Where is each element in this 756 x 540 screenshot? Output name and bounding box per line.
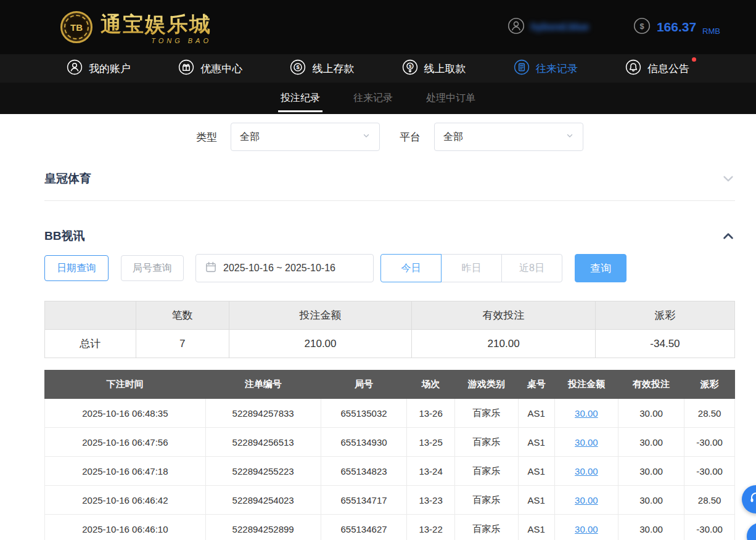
balance[interactable]: $ 166.37 RMB bbox=[633, 17, 720, 37]
summary-total-row: 总计 7 210.00 210.00 -34.50 bbox=[45, 330, 735, 358]
nav-item-promotions[interactable]: 优惠中心 bbox=[178, 59, 242, 78]
cell-payout: 28.50 bbox=[684, 399, 735, 428]
cell-round: 655134627 bbox=[321, 515, 407, 540]
summary-header-count: 笔数 bbox=[136, 301, 229, 330]
platform-label: 平台 bbox=[400, 130, 421, 144]
column-header: 局号 bbox=[321, 370, 407, 399]
nav-item-deposit[interactable]: $ 线上存款 bbox=[290, 59, 354, 78]
chevron-down-icon bbox=[362, 131, 371, 142]
cell-bet-id: 522894256513 bbox=[205, 428, 321, 457]
cell-time: 2025-10-16 06:48:35 bbox=[45, 399, 206, 428]
tab-processing-orders[interactable]: 处理中订单 bbox=[424, 83, 478, 114]
last-8-days-button[interactable]: 近8日 bbox=[501, 254, 562, 282]
svg-text:$: $ bbox=[639, 22, 644, 31]
table-row: 2025-10-16 06:46:10522894252899655134627… bbox=[45, 515, 735, 540]
sub-nav: 投注纪录 往来记录 处理中订单 bbox=[0, 83, 756, 114]
cell-game: 百家乐 bbox=[454, 486, 518, 515]
bet-table-body: 2025-10-16 06:48:35522894257833655135032… bbox=[45, 399, 735, 540]
cell-time: 2025-10-16 06:46:42 bbox=[45, 486, 206, 515]
withdraw-coin-icon: $ bbox=[402, 59, 418, 78]
bell-icon bbox=[625, 59, 641, 78]
nav-label: 线上取款 bbox=[424, 62, 466, 76]
deposit-coin-icon: $ bbox=[290, 59, 306, 78]
filter-row: 类型 全部 平台 全部 bbox=[44, 123, 735, 151]
cell-valid-bet: 30.00 bbox=[618, 457, 684, 486]
cell-game: 百家乐 bbox=[454, 515, 518, 540]
cell-valid-bet: 30.00 bbox=[618, 486, 684, 515]
cell-bet-id: 522894254023 bbox=[205, 486, 321, 515]
bet-amount-link[interactable]: 30.00 bbox=[575, 408, 598, 419]
cell-bet-amount: 30.00 bbox=[554, 428, 618, 457]
headset-icon bbox=[749, 491, 756, 508]
date-range-input[interactable]: 2025-10-16 ~ 2025-10-16 bbox=[195, 254, 374, 282]
cell-game: 百家乐 bbox=[454, 399, 518, 428]
dollar-icon: $ bbox=[633, 17, 651, 37]
summary-header-bet-amount: 投注金额 bbox=[229, 301, 412, 330]
platform-filter: 平台 全部 bbox=[400, 123, 583, 151]
cell-bet-id: 522894252899 bbox=[205, 515, 321, 540]
records-icon bbox=[514, 59, 530, 78]
cell-session: 13-22 bbox=[407, 515, 454, 540]
nav-label: 往来记录 bbox=[536, 62, 578, 76]
svg-text:$: $ bbox=[297, 64, 300, 70]
cell-round: 655134823 bbox=[321, 457, 407, 486]
tab-bet-records[interactable]: 投注纪录 bbox=[278, 83, 323, 114]
date-query-button[interactable]: 日期查询 bbox=[44, 255, 109, 281]
summary-bet-amount-value: 210.00 bbox=[229, 330, 412, 358]
nav-item-announcements[interactable]: 信息公告 bbox=[625, 59, 689, 78]
nav-label: 我的账户 bbox=[89, 62, 131, 76]
column-header: 下注时间 bbox=[45, 370, 206, 399]
username-redacted: hybsnd.blue bbox=[531, 22, 589, 33]
cell-round: 655134930 bbox=[321, 428, 407, 457]
cell-valid-bet: 30.00 bbox=[618, 399, 684, 428]
brand-logo[interactable]: TB 通宝娱乐城 TONG BAO bbox=[60, 10, 212, 44]
tab-transaction-records[interactable]: 往来记录 bbox=[351, 83, 395, 114]
casino-chip-icon: TB bbox=[60, 11, 92, 43]
type-label: 类型 bbox=[196, 130, 217, 144]
user-account[interactable]: hybsnd.blue bbox=[507, 17, 589, 37]
nav-item-withdraw[interactable]: $ 线上取款 bbox=[402, 59, 466, 78]
round-query-button[interactable]: 局号查询 bbox=[121, 255, 184, 281]
nav-item-records[interactable]: 往来记录 bbox=[514, 59, 578, 78]
nav-item-my-account[interactable]: 我的账户 bbox=[67, 59, 131, 78]
cell-game: 百家乐 bbox=[454, 457, 518, 486]
collapse-chevron-icon[interactable] bbox=[721, 229, 735, 243]
table-row: 2025-10-16 06:47:18522894255223655134823… bbox=[45, 457, 735, 486]
summary-table: 笔数 投注金额 有效投注 派彩 总计 7 210.00 210.00 -34.5… bbox=[44, 301, 735, 358]
cell-session: 13-23 bbox=[407, 486, 454, 515]
summary-header-valid-bet: 有效投注 bbox=[412, 301, 596, 330]
summary-total-label: 总计 bbox=[45, 330, 136, 358]
expand-chevron-icon[interactable] bbox=[721, 172, 735, 186]
cell-table-no: AS1 bbox=[518, 457, 554, 486]
brand-text: 通宝娱乐城 TONG BAO bbox=[101, 10, 212, 44]
cell-payout: -30.00 bbox=[684, 457, 735, 486]
chevron-down-icon bbox=[565, 131, 574, 142]
cell-payout: -30.00 bbox=[684, 428, 735, 457]
svg-text:$: $ bbox=[408, 63, 411, 68]
search-button[interactable]: 查询 bbox=[575, 254, 627, 282]
divider bbox=[44, 200, 735, 201]
balance-amount: 166.37 bbox=[657, 20, 696, 35]
chat-button[interactable] bbox=[747, 523, 756, 540]
nav-label: 线上存款 bbox=[312, 62, 354, 76]
bet-amount-link[interactable]: 30.00 bbox=[575, 466, 598, 477]
customer-service-button[interactable] bbox=[742, 485, 756, 513]
column-header: 投注金额 bbox=[554, 370, 618, 399]
type-select[interactable]: 全部 bbox=[231, 123, 380, 151]
column-header: 有效投注 bbox=[618, 370, 684, 399]
today-button[interactable]: 今日 bbox=[380, 254, 442, 282]
bet-table-header-row: 下注时间注单编号局号场次游戏类别桌号投注金额有效投注派彩 bbox=[45, 370, 735, 399]
platform-select[interactable]: 全部 bbox=[434, 123, 583, 151]
bet-amount-link[interactable]: 30.00 bbox=[575, 495, 598, 505]
quick-range-group: 今日 昨日 近8日 bbox=[380, 254, 562, 282]
cell-bet-id: 522894257833 bbox=[205, 399, 321, 428]
gift-icon bbox=[178, 59, 194, 78]
bet-amount-link[interactable]: 30.00 bbox=[575, 524, 598, 534]
bet-amount-link[interactable]: 30.00 bbox=[575, 437, 598, 448]
cell-time: 2025-10-16 06:46:10 bbox=[45, 515, 206, 540]
cell-valid-bet: 30.00 bbox=[618, 428, 684, 457]
cell-session: 13-26 bbox=[407, 399, 454, 428]
cell-round: 655134717 bbox=[321, 486, 407, 515]
section-title: 皇冠体育 bbox=[44, 171, 91, 187]
yesterday-button[interactable]: 昨日 bbox=[441, 254, 502, 282]
